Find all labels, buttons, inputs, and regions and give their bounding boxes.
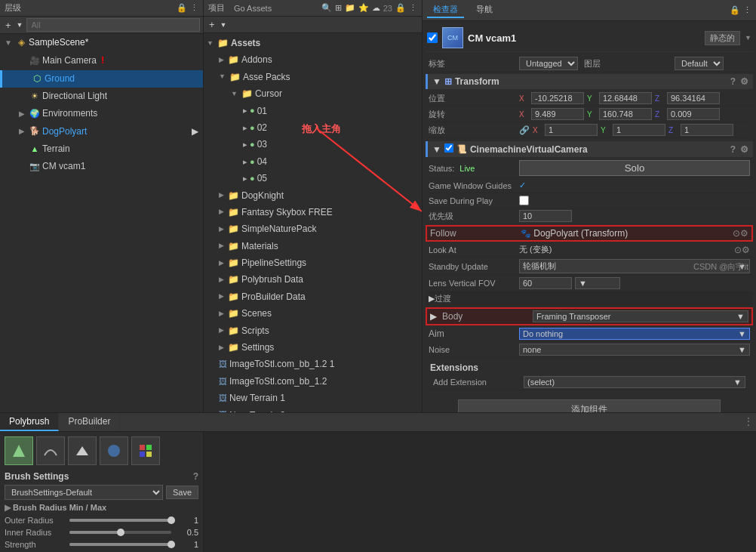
brush-settings-help[interactable]: ?	[193, 471, 198, 482]
strength-track[interactable]	[69, 543, 171, 546]
cm-checkbox[interactable]	[444, 143, 453, 155]
hierarchy-dropdown-arrow[interactable]: ▼	[17, 21, 23, 29]
project-item-polybrush-data[interactable]: ▶ 📁 Polybrush Data	[204, 271, 422, 288]
probuilder-tab[interactable]: ProBuilder	[59, 413, 120, 431]
hierarchy-item-main-camera[interactable]: 🎥 Main Camera !	[0, 51, 203, 70]
project-item-scripts[interactable]: ▶ 📁 Scripts	[204, 322, 422, 339]
hierarchy-lock-icon[interactable]: 🔒	[177, 3, 187, 13]
add-extension-dropdown[interactable]: (select) ▼	[524, 376, 745, 388]
lens-fov-dropdown[interactable]: ▼	[575, 277, 620, 289]
polybrush-tab[interactable]: Polybrush	[0, 413, 59, 431]
project-item-dogknight[interactable]: ▶ 📁 DogKnight	[204, 187, 422, 204]
follow-settings-btn[interactable]: ⚙	[740, 228, 748, 239]
add-component-button[interactable]: 添加组件	[458, 399, 720, 412]
project-item-img-stl2[interactable]: 🖼 ImageToStl.com_bb_1.2	[204, 373, 422, 390]
project-item-materials[interactable]: ▶ 📁 Materials	[204, 238, 422, 254]
cm-help-icon[interactable]: ?	[730, 144, 736, 155]
rot-y-input[interactable]	[599, 108, 652, 120]
project-icon5[interactable]: ☁	[372, 3, 380, 13]
body-dropdown[interactable]: Framing Transposer ▼	[533, 310, 748, 322]
bottom-panel-menu[interactable]: ⋮	[744, 416, 753, 427]
hierarchy-add-btn[interactable]: +	[3, 19, 14, 32]
project-lock[interactable]: 🔒	[395, 3, 406, 13]
transform-settings-icon[interactable]: ⚙	[740, 76, 748, 87]
project-item-scenes[interactable]: ▶ 📁 Scenes	[204, 305, 422, 322]
rot-z-input[interactable]	[667, 108, 720, 120]
cm-settings-icon[interactable]: ⚙	[740, 144, 748, 155]
hierarchy-item-ground[interactable]: ⬡ Ground	[0, 70, 203, 88]
project-icon2[interactable]: ⊞	[335, 3, 342, 13]
project-item-03[interactable]: ▸ ● 03	[204, 136, 422, 153]
tag-select[interactable]: Untagged	[519, 57, 578, 70]
transform-help-icon[interactable]: ?	[730, 76, 736, 87]
project-item-img-stl1[interactable]: 🖼 ImageToStl.com_bb_1.2 1	[204, 356, 422, 372]
project-item-04[interactable]: ▸ ● 04	[204, 153, 422, 170]
project-item-pipeline[interactable]: ▶ 📁 PipelineSettings	[204, 254, 422, 271]
static-badge[interactable]: 静态的	[705, 31, 740, 45]
project-icon4[interactable]: ⭐	[358, 3, 369, 13]
pos-y-input[interactable]	[599, 92, 652, 104]
project-icon1[interactable]: 🔍	[321, 3, 332, 13]
hierarchy-search[interactable]	[26, 18, 200, 32]
brush-tool-raise[interactable]	[5, 436, 33, 465]
brush-tool-flatten[interactable]	[68, 436, 97, 465]
project-item-settings[interactable]: ▶ 📁 Settings	[204, 339, 422, 356]
lens-fov-input[interactable]	[519, 277, 572, 289]
save-during-play-checkbox[interactable]	[519, 196, 529, 205]
strength-thumb[interactable]	[167, 541, 175, 548]
scale-x-input[interactable]	[545, 124, 598, 136]
follow-target-btn[interactable]: ⊙	[733, 228, 740, 239]
inspector-lock-icon[interactable]: 🔒	[730, 5, 740, 15]
inspector-tab[interactable]: 检查器	[427, 2, 464, 18]
project-item-new-terrain-1[interactable]: 🖼 New Terrain 1	[204, 390, 422, 406]
project-item-01[interactable]: ▸ ● 01	[204, 103, 422, 119]
layer-select[interactable]: Default	[675, 57, 724, 70]
aim-dropdown[interactable]: Do nothing ▼	[519, 328, 750, 340]
hierarchy-item-environments[interactable]: ▶ 🌍 Environments	[0, 105, 203, 122]
project-add-btn[interactable]: +	[207, 18, 217, 31]
project-item-probuilder-data[interactable]: ▶ 📁 ProBuilder Data	[204, 288, 422, 305]
nav-tab[interactable]: 导航	[470, 2, 499, 18]
solo-button[interactable]: Solo	[519, 160, 750, 176]
transform-section[interactable]: ▼ ⊞ Transform ? ⚙	[426, 74, 753, 89]
game-window-guides-check[interactable]: ✓	[519, 180, 526, 190]
project-item-05[interactable]: ▸ ● 05	[204, 170, 422, 187]
project-item-addons[interactable]: ▶ 📁 Addons	[204, 51, 422, 68]
hierarchy-menu-icon[interactable]: ⋮	[190, 3, 198, 13]
project-item-cursor[interactable]: ▼ 📁 Cursor	[204, 85, 422, 102]
hierarchy-item-directional-light[interactable]: ☀ Directional Light	[0, 88, 203, 105]
brush-tool-color[interactable]	[131, 436, 160, 465]
look-at-target-btn[interactable]: ⊙	[734, 245, 742, 255]
object-active-checkbox[interactable]	[427, 32, 438, 43]
scale-z-input[interactable]	[681, 124, 733, 136]
hierarchy-item-samplescene[interactable]: ▼ ◈ SampleScene*	[0, 34, 203, 51]
inner-radius-track[interactable]	[69, 531, 171, 534]
brush-settings-select[interactable]: BrushSettings-Default	[5, 485, 163, 500]
rot-x-input[interactable]	[531, 108, 584, 120]
project-assets-root[interactable]: ▼ 📁 Assets	[204, 35, 422, 51]
brush-save-button[interactable]: Save	[166, 486, 198, 499]
brush-tool-smooth[interactable]	[36, 436, 65, 465]
project-item-asse-packs[interactable]: ▼ 📁 Asse Packs	[204, 69, 422, 85]
project-menu[interactable]: ⋮	[409, 3, 417, 13]
project-dropdown[interactable]: ▼	[220, 21, 227, 29]
pos-z-input[interactable]	[667, 92, 720, 104]
project-item-simple-nature[interactable]: ▶ 📁 SimpleNaturePack	[204, 220, 422, 237]
brush-tool-texture[interactable]	[100, 436, 128, 465]
static-dropdown[interactable]: ▼	[745, 34, 751, 42]
outer-radius-track[interactable]	[69, 519, 171, 522]
project-item-fantasy[interactable]: ▶ 📁 Fantasy Skybox FREE	[204, 204, 422, 220]
project-icon3[interactable]: 📁	[345, 3, 355, 13]
go-assets-label[interactable]: Go Assets	[234, 4, 272, 13]
inner-radius-thumb[interactable]	[117, 529, 124, 536]
project-item-new-terrain-2[interactable]: 🖼 New Terrain 2	[204, 407, 422, 412]
look-at-settings-btn[interactable]: ⚙	[742, 245, 750, 255]
inspector-menu-icon[interactable]: ⋮	[743, 5, 751, 15]
outer-radius-thumb[interactable]	[167, 517, 175, 524]
hierarchy-item-dogpolyart[interactable]: ▶ 🐕 DogPolyart ▶	[0, 123, 203, 140]
priority-input[interactable]	[519, 210, 572, 222]
hierarchy-item-cm-vcam1[interactable]: 📷 CM vcam1	[0, 158, 203, 175]
project-item-02[interactable]: ▸ ● 02	[204, 119, 422, 136]
scale-y-input[interactable]	[613, 124, 665, 136]
hierarchy-item-terrain[interactable]: ▲ Terrain	[0, 140, 203, 158]
